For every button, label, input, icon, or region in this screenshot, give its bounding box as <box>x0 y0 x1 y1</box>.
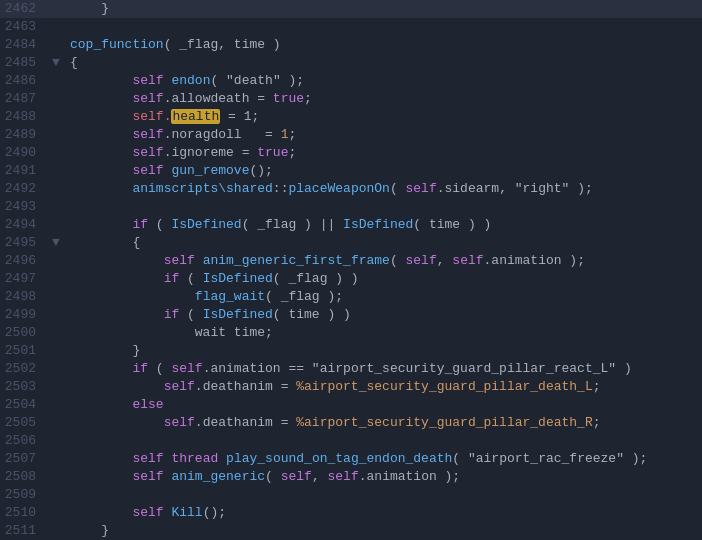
line-number: 2501 <box>0 342 52 360</box>
line-content: if ( IsDefined( _flag ) ) <box>66 270 702 288</box>
code-line: 2494 if ( IsDefined( _flag ) || IsDefine… <box>0 216 702 234</box>
line-content: self Kill(); <box>66 504 702 522</box>
line-content: } <box>66 342 702 360</box>
fold-arrow[interactable]: ▼ <box>52 54 64 72</box>
code-line: 2492 animscripts\shared::placeWeaponOn( … <box>0 180 702 198</box>
line-number: 2504 <box>0 396 52 414</box>
fold-arrow[interactable] <box>52 18 64 36</box>
fold-arrow[interactable] <box>52 270 64 288</box>
code-editor: 2462 }2463 2484 cop_function( _flag, tim… <box>0 0 702 540</box>
fold-arrow[interactable] <box>52 216 64 234</box>
line-content: if ( IsDefined( time ) ) <box>66 306 702 324</box>
fold-arrow[interactable]: ▼ <box>52 234 64 252</box>
line-content: self anim_generic_first_frame( self, sel… <box>66 252 702 270</box>
code-line: 2487 self.allowdeath = true; <box>0 90 702 108</box>
code-line: 2485▼{ <box>0 54 702 72</box>
line-number: 2499 <box>0 306 52 324</box>
fold-arrow[interactable] <box>52 108 64 126</box>
code-line: 2489 self.noragdoll = 1; <box>0 126 702 144</box>
line-number: 2489 <box>0 126 52 144</box>
code-line: 2496 self anim_generic_first_frame( self… <box>0 252 702 270</box>
line-number: 2485 <box>0 54 52 72</box>
line-content: animscripts\shared::placeWeaponOn( self.… <box>66 180 702 198</box>
code-line: 2510 self Kill(); <box>0 504 702 522</box>
code-line: 2493 <box>0 198 702 216</box>
code-line: 2490 self.ignoreme = true; <box>0 144 702 162</box>
fold-arrow[interactable] <box>52 432 64 450</box>
fold-arrow[interactable] <box>52 468 64 486</box>
code-line: 2462 } <box>0 0 702 18</box>
fold-arrow[interactable] <box>52 486 64 504</box>
line-number: 2506 <box>0 432 52 450</box>
fold-arrow[interactable] <box>52 450 64 468</box>
line-content: wait time; <box>66 324 702 342</box>
code-line: 2499 if ( IsDefined( time ) ) <box>0 306 702 324</box>
code-line: 2502 if ( self.animation == "airport_sec… <box>0 360 702 378</box>
fold-arrow[interactable] <box>52 90 64 108</box>
fold-arrow[interactable] <box>52 36 64 54</box>
line-number: 2508 <box>0 468 52 486</box>
line-number: 2498 <box>0 288 52 306</box>
fold-arrow[interactable] <box>52 162 64 180</box>
line-number: 2502 <box>0 360 52 378</box>
code-line: 2500 wait time; <box>0 324 702 342</box>
line-number: 2509 <box>0 486 52 504</box>
line-number: 2511 <box>0 522 52 540</box>
line-content: { <box>66 54 702 72</box>
fold-arrow[interactable] <box>52 198 64 216</box>
line-number: 2490 <box>0 144 52 162</box>
line-content: self anim_generic( self, self.animation … <box>66 468 702 486</box>
code-line: 2503 self.deathanim = %airport_security_… <box>0 378 702 396</box>
code-line: 2497 if ( IsDefined( _flag ) ) <box>0 270 702 288</box>
code-line: 2463 <box>0 18 702 36</box>
code-line: 2498 flag_wait( _flag ); <box>0 288 702 306</box>
fold-arrow[interactable] <box>52 144 64 162</box>
line-number: 2507 <box>0 450 52 468</box>
code-line: 2484 cop_function( _flag, time ) <box>0 36 702 54</box>
line-number: 2463 <box>0 18 52 36</box>
line-number: 2500 <box>0 324 52 342</box>
fold-arrow[interactable] <box>52 396 64 414</box>
fold-arrow[interactable] <box>52 252 64 270</box>
line-number: 2484 <box>0 36 52 54</box>
fold-arrow[interactable] <box>52 342 64 360</box>
line-number: 2462 <box>0 0 52 18</box>
line-content: self thread play_sound_on_tag_endon_deat… <box>66 450 702 468</box>
highlighted-word: health <box>171 109 220 124</box>
fold-arrow[interactable] <box>52 522 64 540</box>
fold-arrow[interactable] <box>52 288 64 306</box>
line-content: else <box>66 396 702 414</box>
line-number: 2486 <box>0 72 52 90</box>
line-number: 2496 <box>0 252 52 270</box>
line-content: flag_wait( _flag ); <box>66 288 702 306</box>
fold-arrow[interactable] <box>52 504 64 522</box>
line-number: 2488 <box>0 108 52 126</box>
code-line: 2495▼ { <box>0 234 702 252</box>
fold-arrow[interactable] <box>52 360 64 378</box>
line-number: 2493 <box>0 198 52 216</box>
line-number: 2492 <box>0 180 52 198</box>
line-content: self.noragdoll = 1; <box>66 126 702 144</box>
fold-arrow[interactable] <box>52 306 64 324</box>
code-line: 2506 <box>0 432 702 450</box>
line-content: self.deathanim = %airport_security_guard… <box>66 378 702 396</box>
fold-arrow[interactable] <box>52 324 64 342</box>
fold-arrow[interactable] <box>52 126 64 144</box>
code-line: 2508 self anim_generic( self, self.anima… <box>0 468 702 486</box>
fold-arrow[interactable] <box>52 180 64 198</box>
line-content: if ( self.animation == "airport_security… <box>66 360 702 378</box>
line-content: } <box>66 0 702 18</box>
code-line: 2488 self.health = 1; <box>0 108 702 126</box>
code-line: 2511 } <box>0 522 702 540</box>
line-content: self.deathanim = %airport_security_guard… <box>66 414 702 432</box>
code-line: 2504 else <box>0 396 702 414</box>
line-number: 2503 <box>0 378 52 396</box>
fold-arrow[interactable] <box>52 0 64 18</box>
fold-arrow[interactable] <box>52 414 64 432</box>
fold-arrow[interactable] <box>52 378 64 396</box>
fold-arrow[interactable] <box>52 72 64 90</box>
line-content: } <box>66 522 702 540</box>
code-line: 2501 } <box>0 342 702 360</box>
line-content: cop_function( _flag, time ) <box>66 36 702 54</box>
line-number: 2510 <box>0 504 52 522</box>
